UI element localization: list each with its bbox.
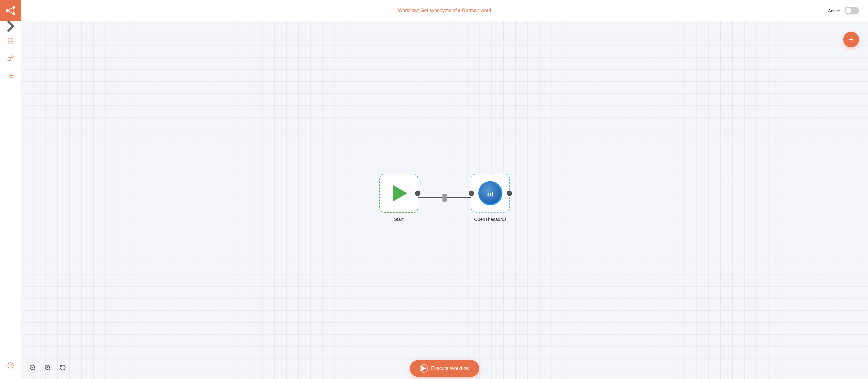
svg-rect-9 <box>11 41 13 43</box>
workflow-prefix: Workflow: <box>398 8 419 13</box>
sidebar <box>0 0 21 189</box>
play-icon <box>393 185 407 189</box>
sidebar-item-workflows[interactable] <box>0 33 21 48</box>
svg-rect-6 <box>8 38 10 40</box>
svg-line-4 <box>7 10 14 14</box>
topbar: Workflow: Get synonyms of a German word <box>21 0 434 21</box>
sidebar-item-executions[interactable] <box>0 68 21 83</box>
sidebar-expand-button[interactable] <box>0 21 21 32</box>
start-node[interactable] <box>379 174 418 189</box>
workflow-title: Workflow: Get synonyms of a German word <box>398 8 434 13</box>
svg-rect-7 <box>11 38 13 40</box>
svg-rect-8 <box>8 41 10 43</box>
workflow-name[interactable]: Get synonyms of a German word <box>421 8 434 13</box>
workflow-canvas[interactable]: Start <box>21 21 434 189</box>
sidebar-item-credentials[interactable] <box>0 51 21 66</box>
nodes-area: Start <box>379 174 434 189</box>
svg-line-3 <box>7 7 14 10</box>
start-node-wrapper: Start <box>379 174 418 189</box>
